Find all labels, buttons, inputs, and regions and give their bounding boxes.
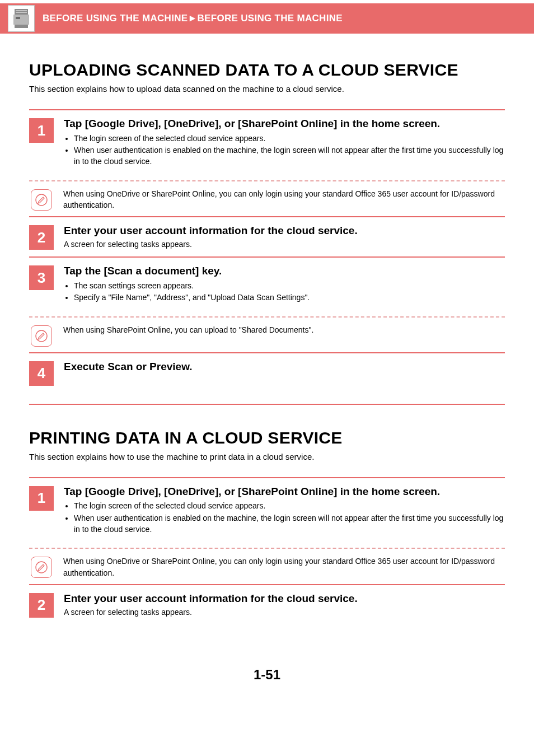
step-heading: Enter your user account information for … (64, 224, 505, 237)
pencil-note-icon (31, 325, 52, 347)
step-number-badge: 3 (29, 265, 54, 290)
pencil-note-icon (31, 189, 52, 211)
step-bullet: When user authentication is enabled on t… (74, 144, 505, 167)
breadcrumb-sep: ► (188, 13, 197, 24)
svg-point-6 (36, 194, 47, 206)
step-block: 3 Tap the [Scan a document] key. The sca… (29, 256, 505, 310)
dashed-separator (29, 180, 505, 181)
note-row: When using OneDrive or SharePoint Online… (29, 188, 505, 217)
step-plain-text: A screen for selecting tasks appears. (64, 240, 505, 249)
note-text: When using SharePoint Online, you can up… (52, 324, 505, 335)
note-row: When using SharePoint Online, you can up… (29, 324, 505, 352)
breadcrumb-right: BEFORE USING THE MACHINE (198, 13, 343, 24)
section-end-rule (29, 404, 505, 405)
note-text: When using OneDrive or SharePoint Online… (52, 188, 505, 211)
step-block: 1 Tap [Google Drive], [OneDrive], or [Sh… (29, 477, 505, 543)
step-number-badge: 1 (29, 118, 54, 143)
step-number-badge: 2 (29, 225, 54, 250)
step-block: 1 Tap [Google Drive], [OneDrive], or [Sh… (29, 109, 505, 175)
printer-icon (8, 5, 35, 32)
step-block: 4 Execute Scan or Preview. (29, 352, 505, 402)
step-bullet: Specify a "File Name", "Address", and "U… (74, 292, 505, 303)
pencil-note-icon (31, 557, 52, 578)
svg-point-7 (36, 330, 47, 342)
section2-title: PRINTING DATA IN A CLOUD SERVICE (29, 428, 505, 447)
step-bullet: When user authentication is enabled on t… (74, 512, 505, 535)
section1-title: UPLOADING SCANNED DATA TO A CLOUD SERVIC… (29, 60, 505, 80)
breadcrumb: BEFORE USING THE MACHINE►BEFORE USING TH… (43, 13, 343, 24)
section1-intro: This section explains how to upload data… (29, 84, 505, 94)
svg-rect-2 (16, 17, 20, 19)
svg-point-8 (36, 562, 47, 573)
step-heading: Tap [Google Drive], [OneDrive], or [Shar… (64, 117, 505, 130)
step-block: 2 Enter your user account information fo… (29, 584, 505, 628)
svg-rect-0 (15, 9, 28, 15)
note-row: When using OneDrive or SharePoint Online… (29, 556, 505, 584)
dashed-separator (29, 316, 505, 318)
breadcrumb-left: BEFORE USING THE MACHINE (43, 13, 188, 24)
note-text: When using OneDrive or SharePoint Online… (52, 556, 505, 578)
step-heading: Tap the [Scan a document] key. (64, 264, 505, 278)
header-bar: BEFORE USING THE MACHINE►BEFORE USING TH… (0, 3, 534, 34)
step-bullet: The login screen of the selected cloud s… (74, 500, 505, 511)
section2-intro: This section explains how to use the mac… (29, 452, 505, 461)
step-number-badge: 1 (29, 486, 54, 511)
step-number-badge: 4 (29, 361, 54, 386)
step-bullet: The login screen of the selected cloud s… (74, 133, 505, 144)
step-plain-text: A screen for selecting tasks appears. (64, 608, 505, 617)
step-heading: Enter your user account information for … (64, 592, 505, 605)
dashed-separator (29, 548, 505, 549)
svg-rect-3 (15, 25, 28, 28)
page-number: 1-51 (0, 667, 534, 705)
svg-rect-1 (13, 15, 29, 25)
step-number-badge: 2 (29, 593, 54, 618)
step-block: 2 Enter your user account information fo… (29, 216, 505, 256)
step-heading: Execute Scan or Preview. (64, 360, 505, 374)
step-heading: Tap [Google Drive], [OneDrive], or [Shar… (64, 485, 505, 498)
step-bullet: The scan settings screen appears. (74, 280, 505, 291)
